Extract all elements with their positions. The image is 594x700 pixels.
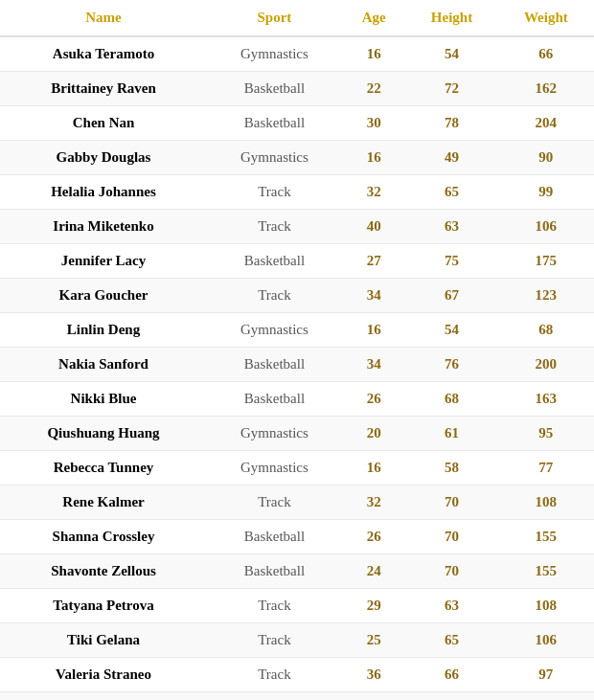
cell-name: Tatyana Petrova	[0, 589, 207, 623]
cell-height: 63	[405, 210, 497, 244]
athletes-table: Name Sport Age Height Weight Asuka Teram…	[0, 0, 594, 700]
cell-name: Asuka Teramoto	[0, 36, 207, 72]
cell-weight: 108	[498, 589, 594, 623]
cell-weight: 162	[498, 72, 594, 106]
cell-weight: 155	[498, 554, 594, 589]
col-header-age: Age	[342, 0, 406, 36]
cell-weight: 204	[498, 106, 594, 141]
cell-sport: Gymnastics	[207, 313, 342, 348]
table-row: Gabby DouglasGymnastics164990	[0, 141, 594, 175]
cell-age: 26	[342, 382, 406, 417]
cell-sport: Track	[207, 210, 342, 244]
cell-sport: Basketball	[207, 382, 342, 417]
cell-sport: Gymnastics	[207, 451, 342, 485]
cell-sport: Gymnastics	[207, 417, 342, 451]
table-header-row: Name Sport Age Height Weight	[0, 0, 594, 36]
cell-height: 61	[405, 692, 497, 701]
cell-name: Kara Goucher	[0, 279, 207, 313]
table-row: Nikki BlueBasketball2668163	[0, 382, 594, 417]
table-row: Kara GoucherTrack3467123	[0, 279, 594, 313]
cell-weight: 123	[498, 279, 594, 313]
cell-name: Helalia Johannes	[0, 175, 207, 210]
cell-age: 16	[342, 141, 406, 175]
cell-height: 75	[405, 244, 497, 279]
cell-name: Gabby Douglas	[0, 141, 207, 175]
table-row: Asuka TeramotoGymnastics165466	[0, 36, 594, 72]
cell-age: 29	[342, 589, 406, 623]
cell-height: 67	[405, 279, 497, 313]
table-row: Linlin DengGymnastics165468	[0, 313, 594, 348]
cell-weight: 77	[498, 451, 594, 485]
cell-height: 66	[405, 658, 497, 692]
cell-age: 16	[342, 313, 406, 348]
cell-weight: 97	[498, 658, 594, 692]
cell-name: Viktoria Komova	[0, 692, 207, 701]
cell-name: Linlin Deng	[0, 313, 207, 348]
cell-sport: Basketball	[207, 244, 342, 279]
cell-sport: Basketball	[207, 72, 342, 106]
col-header-height: Height	[405, 0, 497, 36]
cell-age: 30	[342, 106, 406, 141]
cell-age: 20	[342, 417, 406, 451]
table-row: Tatyana PetrovaTrack2963108	[0, 589, 594, 623]
cell-height: 76	[405, 348, 497, 382]
cell-age: 22	[342, 72, 406, 106]
cell-weight: 108	[498, 485, 594, 520]
cell-sport: Track	[207, 623, 342, 658]
cell-name: Rebecca Tunney	[0, 451, 207, 485]
cell-height: 78	[405, 106, 497, 141]
cell-weight: 200	[498, 348, 594, 382]
cell-weight: 68	[498, 313, 594, 348]
table-row: Helalia JohannesTrack326599	[0, 175, 594, 210]
cell-weight: 175	[498, 244, 594, 279]
table-row: Nakia SanfordBasketball3476200	[0, 348, 594, 382]
col-header-name: Name	[0, 0, 207, 36]
table-row: Jennifer LacyBasketball2775175	[0, 244, 594, 279]
cell-name: Qiushuang Huang	[0, 417, 207, 451]
table-row: Shavonte ZellousBasketball2470155	[0, 554, 594, 589]
cell-name: Nikki Blue	[0, 382, 207, 417]
cell-age: 16	[342, 36, 406, 72]
cell-sport: Basketball	[207, 554, 342, 589]
cell-name: Shavonte Zellous	[0, 554, 207, 589]
cell-name: Tiki Gelana	[0, 623, 207, 658]
cell-height: 70	[405, 485, 497, 520]
cell-height: 68	[405, 382, 497, 417]
table-row: Shanna CrossleyBasketball2670155	[0, 520, 594, 554]
cell-height: 54	[405, 36, 497, 72]
cell-height: 58	[405, 451, 497, 485]
cell-sport: Basketball	[207, 348, 342, 382]
table-row: Viktoria KomovaGymnastics176176	[0, 692, 594, 701]
cell-sport: Basketball	[207, 106, 342, 141]
cell-height: 70	[405, 520, 497, 554]
cell-weight: 163	[498, 382, 594, 417]
cell-weight: 90	[498, 141, 594, 175]
cell-name: Shanna Crossley	[0, 520, 207, 554]
cell-sport: Gymnastics	[207, 36, 342, 72]
cell-height: 65	[405, 175, 497, 210]
table-row: Rene KalmerTrack3270108	[0, 485, 594, 520]
cell-height: 70	[405, 554, 497, 589]
cell-sport: Track	[207, 175, 342, 210]
cell-sport: Track	[207, 589, 342, 623]
cell-age: 26	[342, 520, 406, 554]
cell-age: 17	[342, 692, 406, 701]
cell-sport: Track	[207, 279, 342, 313]
cell-age: 27	[342, 244, 406, 279]
cell-height: 61	[405, 417, 497, 451]
table-container: Name Sport Age Height Weight Asuka Teram…	[0, 0, 594, 700]
cell-height: 54	[405, 313, 497, 348]
cell-height: 49	[405, 141, 497, 175]
cell-age: 34	[342, 279, 406, 313]
cell-sport: Track	[207, 485, 342, 520]
cell-age: 25	[342, 623, 406, 658]
cell-age: 24	[342, 554, 406, 589]
table-row: Rebecca TunneyGymnastics165877	[0, 451, 594, 485]
cell-weight: 99	[498, 175, 594, 210]
cell-name: Nakia Sanford	[0, 348, 207, 382]
cell-weight: 66	[498, 36, 594, 72]
cell-height: 63	[405, 589, 497, 623]
cell-weight: 155	[498, 520, 594, 554]
table-row: Brittainey RavenBasketball2272162	[0, 72, 594, 106]
cell-age: 32	[342, 485, 406, 520]
